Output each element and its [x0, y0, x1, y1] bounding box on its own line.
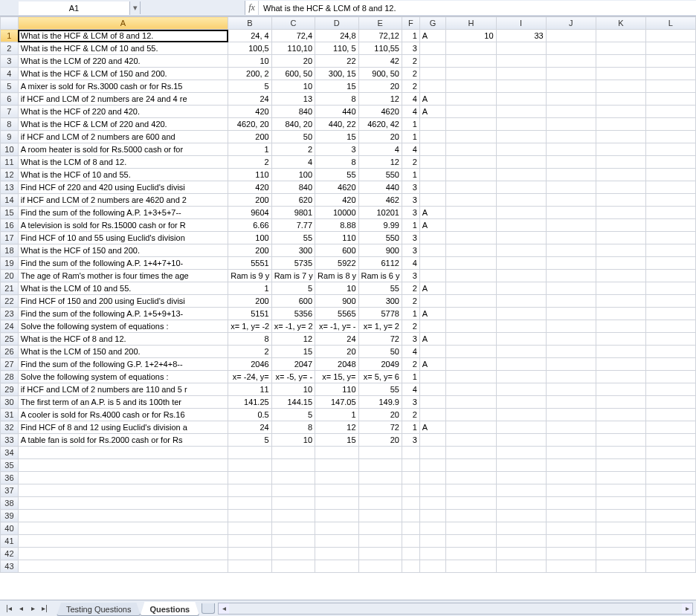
cell[interactable]: 5: [271, 409, 315, 421]
cell[interactable]: A: [419, 308, 446, 320]
cell[interactable]: [645, 93, 695, 106]
cell[interactable]: [271, 472, 315, 484]
cell[interactable]: [546, 169, 596, 181]
cell[interactable]: [596, 510, 645, 522]
row-header[interactable]: 21: [1, 282, 19, 295]
cell[interactable]: [596, 548, 645, 560]
cell[interactable]: [546, 396, 596, 409]
cell[interactable]: Ram is 6 y: [358, 270, 402, 282]
cell[interactable]: Find HCF of 10 and 55 using Euclid's div…: [18, 232, 228, 244]
cell[interactable]: 5356: [271, 308, 315, 320]
cell[interactable]: [546, 194, 596, 207]
cell[interactable]: [496, 434, 546, 447]
cell[interactable]: 12: [358, 156, 402, 169]
cell[interactable]: A: [419, 30, 446, 42]
cell[interactable]: [419, 257, 446, 270]
cell[interactable]: [645, 459, 695, 472]
row-header[interactable]: 15: [1, 207, 19, 219]
cell[interactable]: [315, 484, 358, 497]
cell[interactable]: [419, 232, 446, 244]
cell[interactable]: 1: [228, 143, 271, 156]
cell[interactable]: [496, 68, 546, 80]
cell[interactable]: [645, 42, 695, 55]
cell[interactable]: 1: [402, 421, 419, 434]
cell[interactable]: [358, 459, 402, 472]
cell[interactable]: [546, 131, 596, 143]
row-header[interactable]: 7: [1, 106, 19, 118]
sheet-tab[interactable]: Testing Questions: [57, 603, 141, 616]
cell[interactable]: A table fan is sold for Rs.2000 cash or …: [18, 434, 228, 447]
cell[interactable]: [446, 472, 496, 484]
cell[interactable]: [546, 320, 596, 333]
cell[interactable]: [446, 560, 496, 573]
cell[interactable]: 13: [271, 93, 315, 106]
cell[interactable]: [596, 346, 645, 358]
cell[interactable]: [496, 194, 546, 207]
cell[interactable]: Solve the following system of equations …: [18, 320, 228, 333]
cell[interactable]: 420: [228, 181, 271, 194]
cell[interactable]: [446, 131, 496, 143]
cell[interactable]: [645, 270, 695, 282]
cell[interactable]: [402, 484, 419, 497]
cell[interactable]: [496, 55, 546, 68]
cell[interactable]: 110,55: [358, 42, 402, 55]
cell[interactable]: [596, 232, 645, 244]
cell[interactable]: [596, 333, 645, 346]
cell[interactable]: [419, 169, 446, 181]
cell[interactable]: [596, 143, 645, 156]
cell[interactable]: [315, 548, 358, 560]
cell[interactable]: [546, 484, 596, 497]
cell[interactable]: 300: [358, 295, 402, 308]
cell[interactable]: 4620: [315, 181, 358, 194]
cell[interactable]: [402, 522, 419, 535]
cell[interactable]: 840: [271, 106, 315, 118]
cell[interactable]: 20: [358, 409, 402, 421]
cell[interactable]: [596, 484, 645, 497]
cell[interactable]: [496, 409, 546, 421]
row-header[interactable]: 42: [1, 548, 19, 560]
cell[interactable]: 200: [228, 295, 271, 308]
cell[interactable]: x= -5, y= -: [271, 371, 315, 383]
cell[interactable]: 300: [271, 244, 315, 257]
row-header[interactable]: 19: [1, 257, 19, 270]
cell[interactable]: [496, 396, 546, 409]
cell[interactable]: [228, 510, 271, 522]
cell[interactable]: [645, 497, 695, 510]
cell[interactable]: A: [419, 93, 446, 106]
cell[interactable]: [546, 535, 596, 548]
cell[interactable]: [645, 219, 695, 232]
cell[interactable]: [446, 371, 496, 383]
cell[interactable]: What is the LCM of 10 and 55.: [18, 282, 228, 295]
cell[interactable]: [402, 560, 419, 573]
cell[interactable]: Ram is 8 y: [315, 270, 358, 282]
cell[interactable]: [446, 409, 496, 421]
column-header-L[interactable]: L: [645, 17, 695, 30]
cell[interactable]: 5735: [271, 257, 315, 270]
cell[interactable]: 200, 2: [228, 68, 271, 80]
cell[interactable]: 1: [402, 308, 419, 320]
row-header[interactable]: 1: [1, 30, 19, 42]
cell[interactable]: [596, 447, 645, 459]
cell[interactable]: A television is sold for Rs.15000 cash o…: [18, 219, 228, 232]
cell[interactable]: A: [419, 282, 446, 295]
row-header[interactable]: 3: [1, 55, 19, 68]
cell[interactable]: [596, 295, 645, 308]
cell[interactable]: [645, 55, 695, 68]
cell[interactable]: [546, 181, 596, 194]
cell[interactable]: [645, 131, 695, 143]
cell[interactable]: 3: [402, 181, 419, 194]
cell[interactable]: [271, 484, 315, 497]
cell[interactable]: 9604: [228, 207, 271, 219]
cell[interactable]: [496, 371, 546, 383]
cell[interactable]: [446, 106, 496, 118]
cell[interactable]: [419, 346, 446, 358]
cell[interactable]: [228, 497, 271, 510]
row-header[interactable]: 43: [1, 560, 19, 573]
cell[interactable]: 600: [315, 244, 358, 257]
cell[interactable]: 5: [228, 434, 271, 447]
cell[interactable]: 5151: [228, 308, 271, 320]
cell[interactable]: x= 5, y= 6: [358, 371, 402, 383]
cell[interactable]: [596, 118, 645, 131]
cell[interactable]: x= -1, y= -: [315, 320, 358, 333]
row-header[interactable]: 8: [1, 118, 19, 131]
